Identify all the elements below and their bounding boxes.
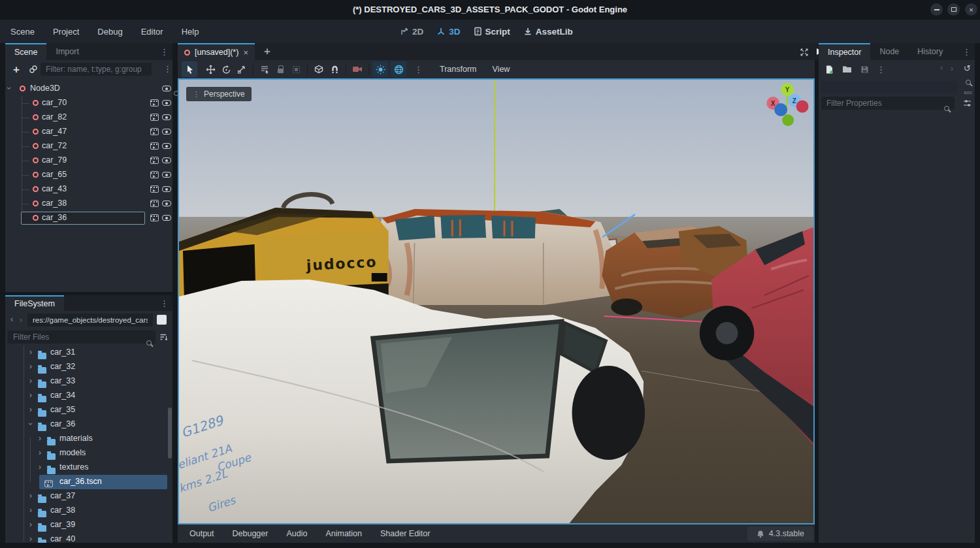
dock-menu-icon[interactable]: ⋮ xyxy=(962,48,971,56)
collapse-chevron-icon[interactable]: › xyxy=(27,423,35,425)
new-resource-button[interactable] xyxy=(825,65,834,74)
fs-row-folder[interactable]: › car_39 xyxy=(5,518,172,532)
fs-row-folder[interactable]: › car_32 xyxy=(5,360,172,374)
expand-chevron-icon[interactable]: › xyxy=(29,521,32,528)
open-scene-icon[interactable] xyxy=(150,185,159,193)
fs-row-subfolder[interactable]: › models xyxy=(5,446,172,460)
lock-selected-button[interactable] xyxy=(272,61,288,77)
preview-environment-button[interactable] xyxy=(391,61,406,77)
path-bar[interactable] xyxy=(27,314,153,327)
workspace-script[interactable]: Script xyxy=(474,27,510,37)
scene-tree-row[interactable]: car_72 xyxy=(5,139,172,153)
bottom-tab-output[interactable]: Output xyxy=(189,529,214,538)
open-scene-icon[interactable] xyxy=(150,171,159,178)
visibility-eye-icon[interactable] xyxy=(162,129,171,135)
expand-chevron-icon[interactable]: › xyxy=(29,363,32,370)
dock-menu-icon[interactable]: ⋮ xyxy=(160,299,169,308)
visibility-eye-icon[interactable] xyxy=(162,201,171,206)
add-node-button[interactable]: + xyxy=(13,64,20,75)
scene-tree-row[interactable]: car_79 xyxy=(5,153,172,168)
tab-inspector[interactable]: Inspector xyxy=(819,43,870,60)
tab-import[interactable]: Import xyxy=(46,43,88,60)
property-filter-icon[interactable] xyxy=(963,99,972,107)
visibility-eye-icon[interactable] xyxy=(162,172,171,178)
workspace-2d[interactable]: 2D xyxy=(400,27,423,37)
history-forward-icon[interactable]: › xyxy=(951,65,953,73)
nav-forward-icon[interactable]: › xyxy=(20,316,22,324)
scene-toolbar-menu-icon[interactable]: ⋮ xyxy=(163,65,172,73)
visibility-eye-icon[interactable] xyxy=(162,215,171,221)
open-docs-button[interactable]: DOC xyxy=(963,80,973,97)
rename-edit-box[interactable] xyxy=(21,212,145,225)
scene-filter-input[interactable] xyxy=(41,63,152,76)
camera-preview-button[interactable] xyxy=(350,61,365,77)
expand-chevron-icon[interactable]: › xyxy=(29,535,32,543)
scene-tree-row[interactable]: car_38 xyxy=(5,197,172,211)
workspace-3d[interactable]: 3D xyxy=(436,27,460,37)
close-button[interactable]: × xyxy=(965,3,977,16)
tab-node[interactable]: Node xyxy=(870,43,908,60)
scene-tree-row[interactable]: car_47 xyxy=(5,125,172,139)
open-scene-icon[interactable] xyxy=(150,128,159,135)
select-mode-button[interactable] xyxy=(182,61,197,77)
expand-chevron-icon[interactable]: › xyxy=(29,506,32,514)
scene-tree-row-renaming[interactable]: car_36 xyxy=(5,211,172,225)
menu-debug[interactable]: Debug xyxy=(96,24,123,39)
fs-row-folder[interactable]: › car_38 xyxy=(5,504,172,518)
menu-scene[interactable]: Scene xyxy=(9,24,36,39)
expand-chevron-icon[interactable]: › xyxy=(29,391,32,399)
collapse-chevron-icon[interactable]: › xyxy=(5,87,13,89)
filesystem-filter-input[interactable] xyxy=(8,330,155,344)
dock-menu-icon[interactable]: ⋮ xyxy=(160,48,169,56)
fs-row-folder[interactable]: › car_31 xyxy=(5,346,172,360)
open-scene-icon[interactable] xyxy=(150,99,159,106)
history-back-icon[interactable]: › xyxy=(940,65,943,73)
workspace-assetlib[interactable]: AssetLib xyxy=(523,27,573,37)
fs-row-folder[interactable]: › car_35 xyxy=(5,403,172,417)
fs-row-subfolder[interactable]: › textures xyxy=(5,460,172,475)
visibility-eye-icon[interactable] xyxy=(162,143,171,149)
visibility-eye-icon[interactable] xyxy=(162,114,171,120)
view-menu[interactable]: View xyxy=(485,65,518,74)
move-mode-button[interactable] xyxy=(203,61,218,77)
resource-menu-icon[interactable]: ⋮ xyxy=(877,65,885,74)
visibility-eye-icon[interactable] xyxy=(162,100,171,106)
close-tab-icon[interactable]: × xyxy=(243,48,248,57)
open-scene-icon[interactable] xyxy=(150,214,159,221)
expand-chevron-icon[interactable]: › xyxy=(29,348,32,356)
scene-tree-row-root[interactable]: › Node3D xyxy=(5,82,172,96)
menu-editor[interactable]: Editor xyxy=(140,24,165,39)
minimize-button[interactable] xyxy=(930,3,943,16)
snap-toggle-button[interactable] xyxy=(327,61,342,77)
history-list-icon[interactable]: ↺ xyxy=(964,64,971,73)
group-selected-button[interactable] xyxy=(288,61,304,77)
fs-row-folder-expanded[interactable]: › car_36 xyxy=(5,417,172,432)
preview-menu-icon[interactable]: ⋮ xyxy=(414,65,423,74)
scene-tree-row[interactable]: car_43 xyxy=(5,182,172,197)
visibility-eye-icon[interactable] xyxy=(162,86,171,91)
version-button[interactable]: 4.3.stable xyxy=(747,526,813,541)
instance-scene-button[interactable] xyxy=(29,65,38,74)
new-scene-tab-button[interactable]: + xyxy=(264,46,270,57)
bottom-tab-debugger[interactable]: Debugger xyxy=(233,529,269,538)
scene-tree-row[interactable]: car_82 xyxy=(5,110,172,125)
rotate-mode-button[interactable] xyxy=(218,61,234,77)
fs-row-folder[interactable]: › car_40 xyxy=(5,532,172,543)
transform-menu[interactable]: Transform xyxy=(432,65,485,74)
menu-help[interactable]: Help xyxy=(180,24,201,39)
scene-tree-row[interactable]: car_65 xyxy=(5,168,172,182)
open-scene-icon[interactable] xyxy=(150,157,159,164)
viewport-3d[interactable]: judocco G1289 eliant 21A Coupe kms 2.2L … xyxy=(178,78,815,524)
fs-row-folder[interactable]: › car_37 xyxy=(5,489,172,504)
expand-chevron-icon[interactable]: › xyxy=(39,434,41,442)
expand-chevron-icon[interactable]: › xyxy=(29,377,32,385)
tab-scene[interactable]: Scene xyxy=(5,43,46,60)
sort-files-icon[interactable] xyxy=(159,333,168,341)
preview-sunlight-button[interactable] xyxy=(372,61,388,77)
expand-chevron-icon[interactable]: › xyxy=(29,406,32,413)
fs-row-scene-file-selected[interactable]: car_36.tscn xyxy=(5,475,172,489)
visibility-eye-icon[interactable] xyxy=(162,186,171,192)
scene-tree-row[interactable]: car_70 xyxy=(5,96,172,110)
expand-chevron-icon[interactable]: › xyxy=(39,463,41,471)
fs-row-folder[interactable]: › car_34 xyxy=(5,389,172,403)
